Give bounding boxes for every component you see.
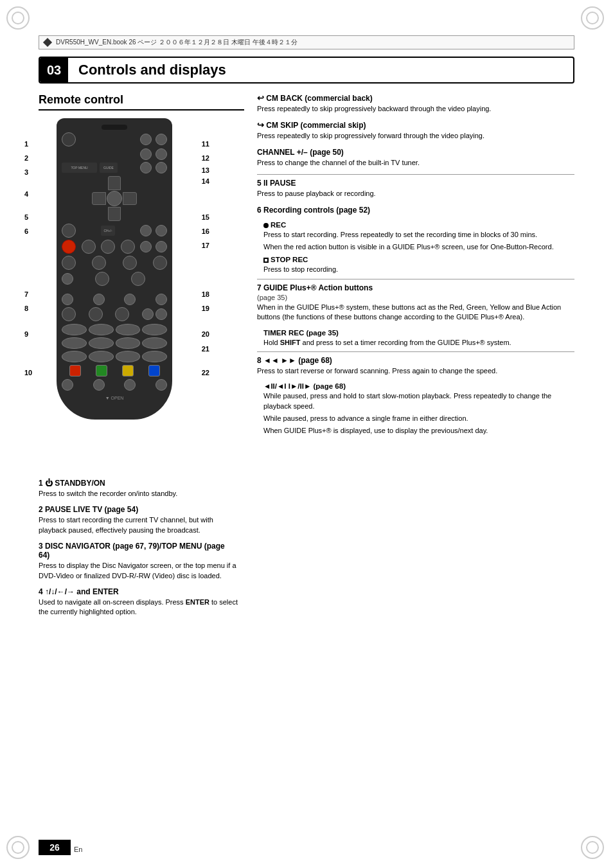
right-column: ↩ CM BACK (commercial back) Press repeat… (244, 93, 574, 817)
desc-navigation: 4 ↑/↓/←/→ and ENTER Used to navigate all… (39, 587, 238, 617)
section-header: 03 Controls and displays (39, 57, 574, 84)
desc-cm-back: ↩ CM BACK (commercial back) Press repeat… (257, 93, 574, 114)
rec-bullet (263, 223, 269, 228)
desc-5: 5 II PAUSE Press to pause playback or re… (257, 179, 574, 199)
cm-back-arrow: ↩ (257, 93, 264, 103)
callout-10: 10 (24, 369, 32, 376)
desc-channel: CHANNEL +/– (page 50) Press to change th… (257, 148, 574, 168)
desc-5-body: Press to pause playback or recording. (257, 189, 574, 199)
callout-6: 6 (24, 227, 28, 235)
corner-decoration-br (581, 836, 607, 862)
desc-7: 7 GUIDE Plus+® Action buttons (page 35) … (257, 283, 574, 323)
callout-17: 17 (202, 242, 209, 249)
desc-stop-rec-header: STOP REC (263, 256, 574, 263)
callout-7: 7 (24, 290, 28, 298)
callout-3: 3 (24, 168, 28, 176)
desc-timer-rec-body: Hold SHIFT and press to set a timer reco… (263, 338, 574, 348)
main-content: Remote control 1 2 3 4 5 6 7 8 9 10 (39, 93, 574, 817)
desc-timer-rec-header: TIMER REC (page 35) (263, 329, 574, 337)
callout-4: 4 (24, 190, 28, 198)
desc-cm-skip: ↪ CM SKIP (commercial skip) Press repeat… (257, 120, 574, 141)
desc-stop-rec: STOP REC Press to stop recording. (263, 256, 574, 274)
desc-stop-rec-body: Press to stop recording. (263, 265, 574, 274)
desc-channel-body: Press to change the channel of the built… (257, 158, 574, 168)
cm-skip-arrow: ↪ (257, 120, 264, 130)
callout-22: 22 (202, 369, 209, 376)
desc-channel-header: CHANNEL +/– (page 50) (257, 148, 574, 157)
callout-15: 15 (202, 213, 209, 221)
callout-19: 19 (202, 305, 209, 312)
desc-8: 8 ◄◄ ►► (page 68) Press to start reverse… (257, 356, 574, 376)
callout-8: 8 (24, 305, 28, 312)
desc-slowmo-header: ◄II/◄I I►/II► (page 68) (263, 382, 574, 390)
callout-21: 21 (202, 345, 209, 353)
desc-6: 6 Recording controls (page 52) (257, 206, 574, 215)
desc-8-header: 8 ◄◄ ►► (page 68) (257, 356, 574, 365)
page-lang: En (74, 846, 82, 853)
desc-standby: 1 ⏻ STANDBY/ON Press to switch the recor… (39, 479, 238, 499)
desc-7-body: When in the GUIDE Plus+® system, these b… (257, 303, 574, 323)
desc-slowmo-body2: While paused, press to advance a single … (263, 414, 574, 423)
divider-2 (257, 279, 574, 279)
corner-decoration-tl (6, 6, 32, 32)
desc-5-header: 5 II PAUSE (257, 179, 574, 188)
desc-rec-header: REC (263, 221, 574, 229)
file-header-text: DVR550H_WV_EN.book 26 ページ ２００６年１２月２８日 木曜… (56, 38, 298, 47)
desc-slowmo-body3: When GUIDE Plus+® is displayed, use to d… (263, 426, 574, 436)
header-diamond (43, 38, 52, 47)
desc-timer-rec: TIMER REC (page 35) Hold SHIFT and press… (263, 329, 574, 348)
remote-control-diagram: 1 2 3 4 5 6 7 8 9 10 (39, 118, 198, 420)
page-number: 26 (39, 840, 71, 855)
left-column: Remote control 1 2 3 4 5 6 7 8 9 10 (39, 93, 244, 817)
callout-13: 13 (202, 166, 209, 174)
callout-5: 5 (24, 213, 28, 221)
desc-pause-live: 2 PAUSE LIVE TV (page 54) Press to start… (39, 505, 238, 535)
callout-14: 14 (202, 177, 209, 185)
desc-cm-skip-header: ↪ CM SKIP (commercial skip) (257, 120, 574, 130)
section-title: Controls and displays (68, 62, 226, 78)
stop-rec-bullet (263, 258, 269, 263)
desc-disc-nav: 3 DISC NAVIGATOR (page 67, 79)/TOP MENU … (39, 542, 238, 581)
callout-11: 11 (202, 140, 209, 148)
desc-7-header: 7 GUIDE Plus+® Action buttons (257, 283, 574, 292)
desc-6-header: 6 Recording controls (page 52) (257, 206, 574, 215)
callout-2: 2 (24, 154, 28, 162)
desc-cm-back-body: Press repeatedly to skip progressively b… (257, 104, 574, 114)
desc-cm-back-header: ↩ CM BACK (commercial back) (257, 93, 574, 103)
desc-cm-skip-body: Press repeatedly to skip progressively f… (257, 131, 574, 141)
remote-body: TOP MENU GUIDE (57, 118, 172, 420)
callout-9: 9 (24, 330, 28, 338)
corner-decoration-bl (6, 836, 32, 862)
callout-1: 1 (24, 140, 28, 148)
file-header: DVR550H_WV_EN.book 26 ページ ２００６年１２月２８日 木曜… (39, 35, 574, 49)
lower-left-descriptions: 1 ⏻ STANDBY/ON Press to switch the recor… (39, 479, 238, 624)
divider-1 (257, 174, 574, 175)
corner-decoration-tr (581, 6, 607, 32)
divider-3 (257, 351, 574, 352)
callout-18: 18 (202, 290, 209, 298)
remote-control-title: Remote control (39, 93, 244, 111)
desc-slowmo: ◄II/◄I I►/II► (page 68) While paused, pr… (263, 382, 574, 436)
callout-20: 20 (202, 330, 209, 338)
desc-8-body: Press to start reverse or forward scanni… (257, 366, 574, 376)
desc-7-page: (page 35) (257, 294, 574, 301)
desc-rec-body1: Press to start recording. Press repeated… (263, 230, 574, 240)
section-number: 03 (40, 58, 68, 82)
desc-rec: REC Press to start recording. Press repe… (263, 221, 574, 252)
callout-16: 16 (202, 227, 209, 235)
desc-rec-body2: When the red action button is visible in… (263, 242, 574, 252)
desc-slowmo-body1: While paused, press and hold to start sl… (263, 391, 574, 411)
callout-12: 12 (202, 154, 209, 162)
